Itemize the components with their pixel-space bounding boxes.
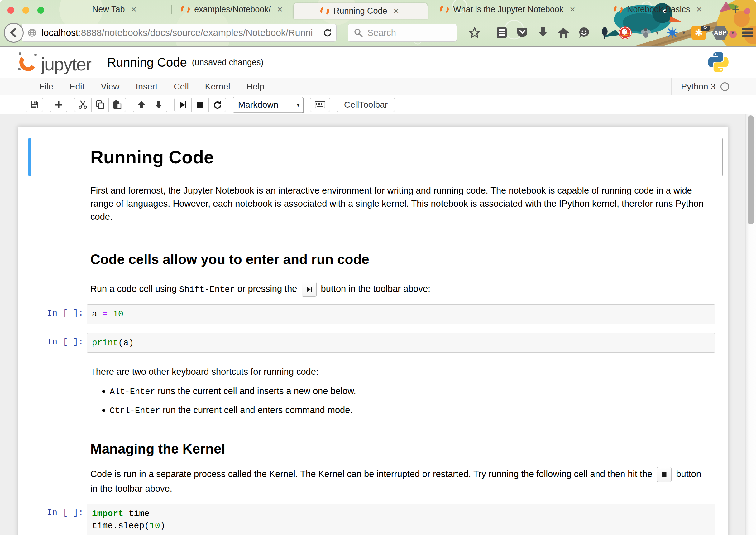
save-button[interactable]	[26, 98, 43, 112]
code-token: (a)	[118, 338, 134, 348]
minimize-window-button[interactable]	[22, 7, 29, 14]
adblock-plus-icon[interactable]: ABP	[712, 26, 728, 40]
toolbar-divider	[488, 26, 488, 39]
feedback-smiley-icon[interactable]	[577, 26, 591, 40]
jupyter-logo[interactable]: jupyter	[18, 52, 91, 72]
move-cell-down-button[interactable]	[150, 98, 167, 112]
restart-kernel-button[interactable]	[208, 98, 226, 112]
tab-close-icon[interactable]: ×	[129, 4, 139, 14]
menu-edit[interactable]: Edit	[61, 78, 93, 95]
kernel-idle-icon	[720, 82, 729, 91]
code-cell-a[interactable]: In [ ]: a = 10	[18, 304, 728, 324]
inline-step-forward-button	[302, 282, 317, 297]
stop-icon	[661, 472, 667, 477]
menu-kernel[interactable]: Kernel	[197, 78, 238, 95]
url-bar[interactable]: localhost:8888/notebooks/docs/source/exa…	[21, 24, 337, 42]
home-icon[interactable]	[556, 26, 571, 40]
cut-cell-button[interactable]	[74, 98, 92, 112]
selected-markdown-cell[interactable]: Running Code	[28, 138, 723, 176]
dropdown-caret-icon[interactable]: ▾	[683, 29, 685, 36]
alt-enter-kbd: Alt-Enter	[110, 387, 155, 397]
list-item: Ctrl-Enter run the current cell and ente…	[110, 404, 710, 417]
code-token: a	[92, 309, 102, 319]
copy-cell-button[interactable]	[91, 98, 109, 112]
search-bar[interactable]: Search	[348, 24, 457, 42]
tab-notebook-basics[interactable]: Notebook Basics ×	[590, 0, 727, 19]
cell-type-select[interactable]: Markdown ▾	[233, 97, 303, 113]
dropdown-caret-icon[interactable]: ▾	[656, 29, 659, 36]
jupyter-spinner-icon	[613, 4, 624, 14]
notebook-toolbar: Markdown ▾ CellToolbar	[0, 96, 756, 114]
menu-cell[interactable]: Cell	[166, 78, 197, 95]
hamburger-menu-icon[interactable]	[741, 26, 755, 40]
code-input-area[interactable]: import time time.sleep(10)	[87, 504, 715, 535]
command-palette-button[interactable]	[310, 98, 330, 112]
browser-chrome: New Tab × examples/Notebook/ × Running C…	[0, 0, 756, 47]
pocket-icon[interactable]	[515, 26, 529, 40]
tab-label: Notebook Basics	[627, 5, 690, 14]
tab-examples-notebook[interactable]: examples/Notebook/ ×	[172, 0, 294, 19]
plus-icon	[55, 101, 63, 109]
tab-close-icon[interactable]: ×	[392, 6, 401, 16]
scrollbar-thumb[interactable]	[747, 115, 754, 224]
reload-icon[interactable]	[323, 27, 332, 38]
run-instruction-line: Run a code cell using Shift-Enter or pre…	[90, 282, 710, 297]
code-cell-print[interactable]: In [ ]: print(a)	[18, 333, 728, 353]
input-prompt: In [ ]:	[18, 504, 87, 535]
tab-new-tab[interactable]: New Tab ×	[59, 0, 172, 19]
inline-stop-button	[657, 467, 672, 482]
interrupt-kernel-button[interactable]	[191, 98, 209, 112]
menu-file[interactable]: File	[31, 78, 61, 95]
notebook-title[interactable]: Running Code	[107, 55, 187, 70]
cell-toolbar-button[interactable]: CellToolbar	[337, 98, 395, 112]
menu-insert[interactable]: Insert	[128, 78, 166, 95]
search-icon	[354, 28, 363, 38]
menu-view[interactable]: View	[93, 78, 127, 95]
dropdown-caret-icon[interactable]: ▾	[731, 29, 734, 36]
arrow-up-icon	[137, 100, 146, 109]
greasemonkey-fly-icon[interactable]	[638, 26, 653, 40]
code-cell-time[interactable]: In [ ]: import time time.sleep(10)	[18, 504, 728, 535]
duckduckgo-icon[interactable]	[618, 26, 632, 40]
run-line-mid: or pressing the	[235, 284, 300, 294]
jupyter-spinner-icon	[439, 4, 450, 14]
code-input-area[interactable]: a = 10	[87, 304, 715, 324]
close-window-button[interactable]	[8, 7, 14, 14]
floppy-disk-icon	[30, 100, 39, 109]
select-arrow-icon: ▾	[297, 101, 300, 108]
tab-bar: New Tab × examples/Notebook/ × Running C…	[0, 0, 756, 19]
code-token-keyword: import	[92, 509, 123, 519]
bullet-text: run the current cell and enters command …	[160, 405, 352, 415]
zoom-window-button[interactable]	[38, 7, 44, 14]
tab-close-icon[interactable]: ×	[695, 4, 704, 14]
code-token-number: 10	[113, 309, 123, 319]
jupyter-logo-text: jupyter	[41, 56, 91, 72]
new-tab-button[interactable]: +	[727, 2, 744, 17]
browser-action-buttons: ▾ ▾ ✱ 8 ABP ▾	[468, 26, 756, 40]
menu-help[interactable]: Help	[238, 78, 273, 95]
tab-what-is-jupyter[interactable]: What is the Jupyter Notebook ×	[427, 0, 590, 19]
insert-cell-below-button[interactable]	[50, 98, 67, 112]
tab-close-icon[interactable]: ×	[568, 4, 577, 14]
keyboard-icon	[315, 101, 325, 108]
paste-cell-button[interactable]	[108, 98, 126, 112]
scrollbar-track[interactable]	[745, 114, 756, 535]
bookmarks-sidebar-icon[interactable]	[495, 26, 509, 40]
autosave-status: (unsaved changes)	[192, 58, 264, 67]
back-arrow-icon	[9, 28, 18, 38]
code-input-area[interactable]: print(a)	[87, 333, 715, 353]
back-button[interactable]	[4, 23, 24, 43]
tab-close-icon[interactable]: ×	[275, 4, 284, 14]
session-manager-addon-icon[interactable]: ✱ 8	[691, 26, 706, 40]
tab-running-code-active[interactable]: Running Code ×	[294, 3, 427, 19]
run-cell-button[interactable]	[174, 98, 192, 112]
window-controls	[8, 7, 44, 14]
bookmark-star-icon[interactable]	[468, 26, 482, 40]
blue-bug-addon-icon[interactable]	[665, 26, 679, 40]
downloads-icon[interactable]	[536, 26, 550, 40]
move-cell-up-button[interactable]	[133, 98, 150, 112]
code-token: time.sleep(	[92, 521, 149, 531]
url-path: :8888/notebooks/docs/source/examples/Not…	[78, 27, 313, 38]
stop-icon	[196, 101, 204, 108]
quill-pen-icon[interactable]	[597, 26, 612, 40]
